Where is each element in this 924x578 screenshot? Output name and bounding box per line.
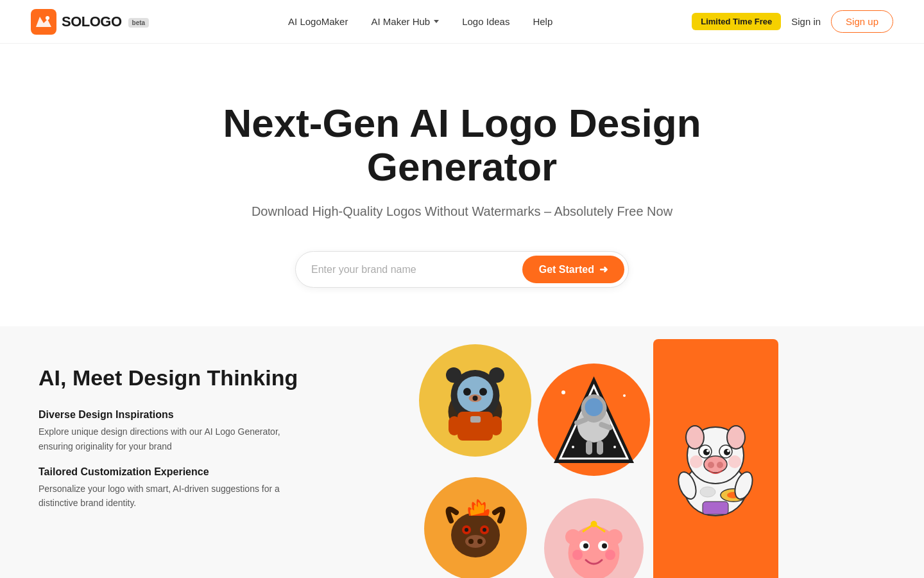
svg-point-46 <box>605 550 615 560</box>
svg-point-57 <box>724 449 730 455</box>
nav-ai-logomaker[interactable]: AI LogoMaker <box>288 16 348 27</box>
svg-point-45 <box>572 550 583 560</box>
logo-card-bull <box>421 474 530 578</box>
hero-subtitle: Download High-Quality Logos Without Wate… <box>252 204 672 219</box>
chevron-down-icon <box>434 20 439 23</box>
svg-point-24 <box>477 539 483 544</box>
svg-rect-31 <box>586 441 592 455</box>
nav-ai-maker-hub[interactable]: AI Maker Hub <box>371 16 439 27</box>
feature-title-1: Tailored Customization Experience <box>38 466 377 478</box>
svg-rect-0 <box>31 9 56 35</box>
limited-time-badge[interactable]: Limited Time Free <box>692 13 781 30</box>
get-started-button[interactable]: Get Started ➜ <box>522 256 624 283</box>
svg-rect-32 <box>597 441 603 455</box>
svg-point-67 <box>700 487 715 497</box>
hero-title: Next-Gen AI Logo Design Generator <box>205 101 719 189</box>
svg-point-47 <box>565 529 581 545</box>
svg-point-53 <box>727 426 745 449</box>
features-heading: AI, Meet Design Thinking <box>38 365 377 391</box>
hero-section: Next-Gen AI Logo Design Generator Downlo… <box>0 44 924 326</box>
svg-point-37 <box>572 446 574 448</box>
svg-point-9 <box>473 396 478 401</box>
svg-point-58 <box>706 450 709 452</box>
svg-point-11 <box>489 367 504 383</box>
sologo-logo-icon[interactable] <box>31 9 56 35</box>
signin-link[interactable]: Sign in <box>791 16 821 27</box>
feature-desc-0: Explore unique design directions with ou… <box>38 425 308 453</box>
arrow-right-icon: ➜ <box>599 263 608 276</box>
svg-point-30 <box>585 398 603 416</box>
feature-item-0: Diverse Design Inspirations Explore uniq… <box>38 409 377 453</box>
svg-point-23 <box>468 539 474 544</box>
svg-point-49 <box>591 521 597 527</box>
svg-point-62 <box>717 462 723 468</box>
svg-point-63 <box>690 455 703 468</box>
navbar: SOLOGO beta AI LogoMaker AI Maker Hub Lo… <box>0 0 924 44</box>
logo-area: SOLOGO beta <box>31 9 149 35</box>
search-bar: Get Started ➜ <box>295 251 629 288</box>
svg-point-44 <box>602 543 607 548</box>
logo-wordmark: SOLOGO <box>62 13 122 30</box>
svg-rect-14 <box>458 412 493 441</box>
svg-point-61 <box>708 462 714 468</box>
feature-desc-1: Personalize your logo with smart, AI-dri… <box>38 482 308 511</box>
svg-point-52 <box>686 426 704 449</box>
signup-button[interactable]: Sign up <box>831 10 893 33</box>
svg-point-10 <box>446 367 461 383</box>
logo-card-astronaut-a <box>535 358 653 480</box>
svg-point-20 <box>465 528 468 532</box>
svg-point-6 <box>463 388 471 396</box>
svg-point-36 <box>623 394 626 397</box>
svg-point-21 <box>483 528 486 532</box>
svg-point-22 <box>465 535 486 548</box>
nav-help[interactable]: Help <box>533 16 552 27</box>
get-started-label: Get Started <box>539 264 594 276</box>
logo-cards-grid <box>416 326 924 578</box>
svg-point-64 <box>728 455 741 468</box>
nav-links: AI LogoMaker AI Maker Hub Logo Ideas Hel… <box>288 16 552 27</box>
svg-point-48 <box>607 529 622 545</box>
svg-point-43 <box>583 543 588 548</box>
features-text: AI, Meet Design Thinking Diverse Design … <box>0 326 416 578</box>
svg-point-35 <box>561 390 565 394</box>
svg-rect-15 <box>470 416 481 423</box>
beta-badge: beta <box>128 18 150 28</box>
svg-point-56 <box>703 449 710 455</box>
feature-title-0: Diverse Design Inspirations <box>38 409 377 421</box>
svg-point-38 <box>613 446 616 448</box>
navbar-actions: Limited Time Free Sign in Sign up <box>692 10 893 33</box>
svg-point-60 <box>704 456 727 473</box>
svg-rect-70 <box>703 502 728 514</box>
logo-card-orange-panel <box>653 339 778 578</box>
feature-item-1: Tailored Customization Experience Person… <box>38 466 377 511</box>
svg-point-7 <box>479 388 487 396</box>
nav-logo-ideas[interactable]: Logo Ideas <box>462 16 509 27</box>
logo-card-bear <box>416 339 535 461</box>
svg-point-1 <box>46 16 49 20</box>
logo-card-pink <box>540 493 649 578</box>
brand-name-input[interactable] <box>311 264 522 276</box>
features-section: AI, Meet Design Thinking Diverse Design … <box>0 326 924 578</box>
svg-point-59 <box>727 450 730 452</box>
